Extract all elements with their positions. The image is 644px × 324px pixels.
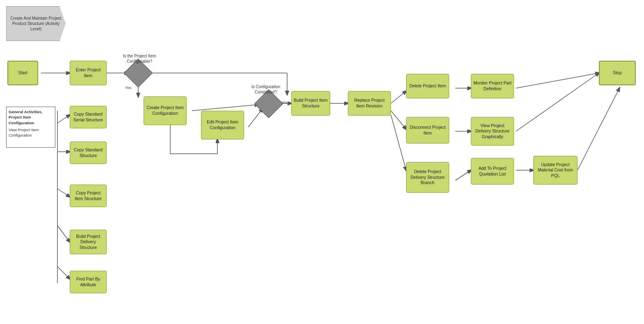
edit-config-node[interactable]: Edit Project Item Configuration — [201, 111, 244, 139]
general-activities-box: General Activities, Project Item Configu… — [6, 107, 55, 148]
config-completed-question: Is Configuration Completed? — [245, 84, 286, 95]
diagram-container: Create And Maintain Project Product Stru… — [0, 0, 644, 324]
svg-line-16 — [516, 73, 599, 88]
svg-line-24 — [57, 267, 70, 279]
disconnect-project-item-node[interactable]: Disconnect Project Item — [406, 117, 449, 144]
svg-line-20 — [57, 115, 70, 123]
svg-line-6 — [192, 105, 258, 111]
svg-line-22 — [57, 189, 70, 197]
monitor-project-part-definition-node[interactable]: Monitor Project Part Definition — [471, 74, 514, 98]
svg-line-15 — [455, 170, 471, 180]
replace-project-item-revision-node[interactable]: Replace Project Item Revision — [348, 91, 391, 116]
svg-line-10 — [391, 91, 406, 103]
svg-line-11 — [391, 111, 406, 129]
header-title: Create And Maintain Project Product Stru… — [10, 16, 62, 32]
copy-project-item-structure-node[interactable]: Copy Project Item Structure — [70, 185, 107, 207]
copy-standard-serial-structure-node[interactable]: Copy Standard Serial Structure — [70, 106, 107, 128]
start-node: Start — [7, 61, 38, 85]
build-project-item-structure-node[interactable]: Build Project Item Structure — [291, 91, 330, 116]
svg-line-23 — [57, 226, 70, 242]
build-project-delivery-structure-node[interactable]: Build Project Delivery Structure — [70, 230, 107, 254]
svg-line-19 — [578, 88, 619, 170]
svg-line-4 — [248, 109, 263, 127]
update-material-cost-node[interactable]: Update Project Material Cost from PQL — [533, 156, 578, 185]
yes-label-1: Yes — [125, 85, 132, 90]
add-to-pql-node[interactable]: Add To Project Quotation List — [471, 158, 514, 185]
svg-line-12 — [391, 115, 406, 170]
header-shape: Create And Maintain Project Product Stru… — [6, 6, 66, 41]
yes-label-2: Yes — [281, 100, 288, 105]
create-config-node[interactable]: Create Project Item Configuration — [144, 96, 187, 125]
enter-project-item-node[interactable]: Enter Project Item — [70, 61, 107, 85]
find-part-by-attribute-node[interactable]: Find Part By Attribute — [70, 271, 107, 293]
stop-node: Stop — [599, 61, 636, 85]
copy-standard-structure-node[interactable]: Copy Standard Structure — [70, 141, 107, 164]
delete-project-item-node[interactable]: Delete Project Item — [406, 74, 449, 98]
view-delivery-graphically-node[interactable]: View Project Delivery Structure Graphica… — [471, 117, 514, 146]
configurable-question: Is the Project Item Configurable? — [117, 53, 162, 64]
svg-line-17 — [516, 73, 599, 131]
general-box-item: View Project Item Configuration — [9, 127, 53, 138]
general-box-title: General Activities, Project Item Configu… — [9, 109, 53, 125]
delete-delivery-branch-node[interactable]: Delete Project Delivery Structure Branch — [406, 162, 449, 193]
